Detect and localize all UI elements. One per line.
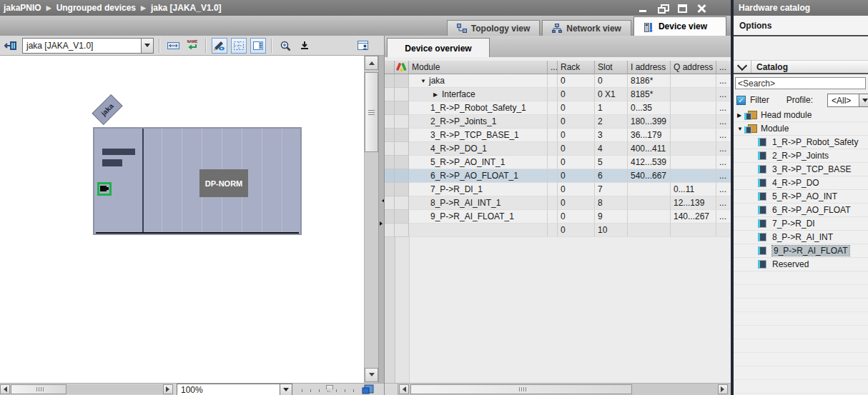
- device-name-tag[interactable]: jaka: [92, 94, 122, 125]
- slot-cell: 5: [595, 156, 628, 169]
- table-row[interactable]: ▼jaka008186*...: [385, 74, 731, 88]
- catalog-item-6-r-p-ao-float[interactable]: 6_R->P_AO_FLOAT: [734, 204, 868, 217]
- column-header-slot[interactable]: Slot: [595, 61, 628, 74]
- breadcrumb-ungrouped-devices[interactable]: Ungrouped devices: [56, 3, 136, 13]
- collapse-pane-icon[interactable]: [734, 61, 751, 73]
- scroll-up-icon[interactable]: [365, 56, 378, 70]
- breadcrumb-project[interactable]: jakaPNIO: [4, 3, 41, 13]
- column-header-q-address[interactable]: Q address: [671, 61, 716, 74]
- profile-selector[interactable]: <All>: [827, 94, 868, 107]
- table-row[interactable]: ▶Interface00 X18185*...: [385, 88, 731, 101]
- scroll-down-icon[interactable]: [365, 368, 378, 382]
- tab-device-overview[interactable]: Device overview: [387, 38, 490, 58]
- table-row[interactable]: 010: [385, 224, 731, 237]
- more-cell: [716, 224, 731, 237]
- module-icon: [758, 246, 766, 255]
- scroll-right-icon[interactable]: [718, 384, 728, 394]
- scrollbar-thumb[interactable]: [365, 72, 378, 152]
- catalog-item-head-module[interactable]: ▶Head module: [734, 109, 868, 122]
- device-selector[interactable]: jaka [JAKA_V1.0]: [22, 38, 154, 54]
- expand-icon[interactable]: ▶: [737, 112, 744, 119]
- dropdown-arrow-icon[interactable]: [280, 384, 292, 395]
- dropdown-arrow-icon[interactable]: [141, 39, 153, 53]
- scroll-right-icon[interactable]: [163, 384, 173, 394]
- catalog-item-2-r-p-joints[interactable]: 2_R->P_Joints: [734, 149, 868, 163]
- catalog-item-reserved[interactable]: Reserved: [734, 258, 868, 271]
- head-module-graphic[interactable]: [94, 129, 144, 234]
- column-header-more[interactable]: ...: [548, 61, 558, 74]
- device-graphic-canvas[interactable]: jaka DP-NORM: [0, 56, 364, 383]
- scrollbar-thumb[interactable]: [410, 384, 632, 394]
- tab-label: Topology view: [471, 24, 530, 34]
- column-header-more[interactable]: ...: [716, 61, 731, 74]
- zoom-slider[interactable]: [302, 386, 357, 394]
- q-address-cell: [671, 88, 716, 101]
- dropdown-arrow-icon[interactable]: [859, 94, 868, 106]
- catalog-item-label: 8_P->R_AI_INT: [772, 232, 833, 242]
- device-rack-graphic[interactable]: DP-NORM: [93, 127, 302, 235]
- close-icon[interactable]: [696, 4, 706, 12]
- minimize-icon[interactable]: [638, 4, 648, 12]
- tab-topology-view[interactable]: Topology view: [447, 20, 540, 36]
- window-settings-icon[interactable]: [355, 38, 371, 54]
- table-row[interactable]: 8_P->R_AI_INT_10812...139...: [385, 196, 731, 210]
- catalog-item-3-r-p-tcp-base[interactable]: 3_R->P_TCP_BASE: [734, 163, 868, 176]
- filter-checkbox[interactable]: ✓: [736, 96, 746, 105]
- zoom-in-icon[interactable]: [277, 38, 293, 54]
- table-row[interactable]: 7_P->R_DI_1070...11...: [385, 183, 731, 196]
- module-cell: 6_R->P_AO_FLOAT_1: [409, 169, 548, 183]
- catalog-item-9-p-r-ai-float[interactable]: 9_P->R_AI_FLOAT: [734, 244, 868, 258]
- breadcrumb-device[interactable]: jaka [JAKA_V1.0]: [151, 3, 222, 13]
- window-controls: [638, 0, 706, 16]
- table-row[interactable]: 3_R->P_TCP_BASE_10336...179...: [385, 129, 731, 142]
- tab-device-view[interactable]: Device view: [633, 16, 726, 36]
- catalog-item-7-p-r-di[interactable]: 7_P->R_DI: [734, 217, 868, 231]
- scrollbar-thumb[interactable]: [11, 384, 66, 394]
- table-horizontal-scrollbar[interactable]: [385, 383, 731, 395]
- table-row[interactable]: 1_R->P_Robot_Safety_1010...35...: [385, 101, 731, 115]
- module-cell: 8_P->R_AI_INT_1: [409, 196, 548, 210]
- scroll-left-icon[interactable]: [0, 384, 10, 394]
- module-name: 2_R->P_Joints_1: [430, 116, 496, 126]
- snap-grid-icon[interactable]: [231, 38, 247, 54]
- scroll-left-icon[interactable]: [399, 384, 409, 394]
- catalog-item-module[interactable]: ▼Module: [734, 122, 868, 136]
- profinet-port-icon[interactable]: [97, 182, 112, 196]
- column-header-i-address[interactable]: I address: [628, 61, 671, 74]
- module-name: Interface: [442, 89, 475, 99]
- table-gutter: [395, 237, 410, 383]
- catalog-item-8-p-r-ai-int[interactable]: 8_P->R_AI_INT: [734, 231, 868, 244]
- table-row[interactable]: 6_R->P_AO_FLOAT_106540...667...: [385, 169, 731, 183]
- table-row[interactable]: 5_R->P_AO_INT_105412...539...: [385, 156, 731, 169]
- maximize-icon[interactable]: [677, 4, 687, 12]
- breadcrumb: jakaPNIO ▶ Ungrouped devices ▶ jaka [JAK…: [0, 3, 222, 13]
- module-marking: [102, 159, 122, 166]
- module-dimensions-icon[interactable]: [165, 38, 181, 54]
- save-layout-icon[interactable]: [297, 38, 312, 54]
- catalog-item-5-r-p-ao-int[interactable]: 5_R->P_AO_INT: [734, 190, 868, 204]
- assign-device-name-icon[interactable]: NAME: [184, 38, 200, 54]
- canvas-vertical-scrollbar[interactable]: [364, 56, 378, 383]
- expand-icon[interactable]: ▶: [433, 91, 442, 98]
- catalog-item-4-r-p-do[interactable]: 4_R->P_DO: [734, 176, 868, 190]
- overview-pane-icon[interactable]: [250, 38, 266, 54]
- collapse-icon[interactable]: ▼: [737, 126, 744, 132]
- table-row[interactable]: 2_R->P_Joints_102180...399...: [385, 115, 731, 129]
- fit-to-window-icon[interactable]: [362, 384, 374, 394]
- table-row[interactable]: 4_R->P_DO_104400...411...: [385, 142, 731, 156]
- tab-network-view[interactable]: Network view: [542, 20, 631, 36]
- edit-labels-icon[interactable]: [212, 38, 227, 54]
- catalog-item-label: 5_R->P_AO_INT: [772, 191, 837, 201]
- device-plug-icon[interactable]: [3, 38, 19, 54]
- restore-icon[interactable]: [658, 4, 668, 12]
- zoom-level-selector[interactable]: 100%: [177, 384, 292, 395]
- catalog-item-1-r-p-robot-safety[interactable]: 1_R->P_Robot_Safety: [734, 136, 868, 149]
- pane-splitter[interactable]: [378, 56, 384, 383]
- catalog-search-input[interactable]: <Search>: [735, 77, 866, 89]
- slot-cell: 3: [595, 129, 628, 142]
- column-header-module[interactable]: Module: [409, 61, 548, 74]
- column-header-rack[interactable]: Rack: [558, 61, 595, 74]
- collapse-icon[interactable]: ▼: [420, 78, 429, 84]
- catalog-pane-header[interactable]: Catalog: [734, 60, 868, 74]
- table-row[interactable]: 9_P->R_AI_FLOAT_109140...267...: [385, 210, 731, 224]
